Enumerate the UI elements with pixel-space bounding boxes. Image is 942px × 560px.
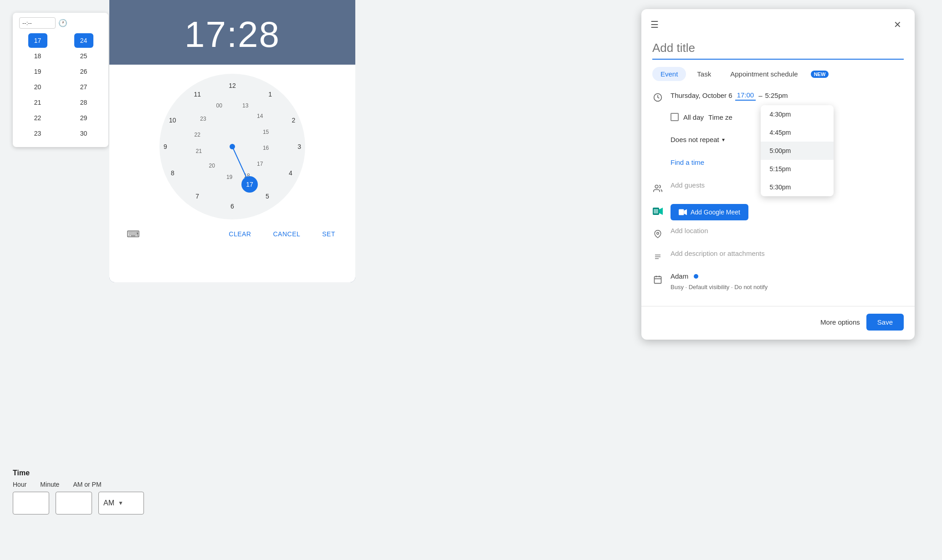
mini-num-btn-21[interactable]: 21 — [28, 95, 47, 110]
calendar-status: Busy · Default visibility · Do not notif… — [671, 284, 904, 290]
mini-num-btn-27[interactable]: 27 — [74, 80, 93, 94]
title-input[interactable] — [652, 37, 904, 60]
allday-checkbox[interactable] — [671, 113, 679, 121]
keyboard-icon[interactable]: ⌨ — [123, 226, 143, 242]
time-option-500[interactable]: 5:00pm — [761, 142, 834, 160]
hour-label: Hour — [13, 481, 26, 488]
svg-marker-6 — [659, 208, 663, 215]
mini-num-btn-20[interactable]: 20 — [28, 80, 47, 94]
mini-num-btn-18[interactable]: 18 — [28, 49, 47, 63]
location-content: Add location — [671, 227, 904, 234]
meet-row: Add Google Meet — [652, 204, 904, 220]
meet-btn-label: Add Google Meet — [691, 209, 740, 216]
cancel-button[interactable]: CANCEL — [266, 227, 307, 241]
time-dropdown-inner: 4:30pm 4:45pm 5:00pm 5:15pm 5:30pm — [761, 105, 834, 196]
svg-rect-8 — [679, 209, 684, 215]
clock-time-display: 17:28 — [109, 0, 355, 65]
repeat-text: Does not repeat — [671, 136, 719, 143]
tab-task[interactable]: Task — [689, 67, 719, 81]
ampm-arrow-icon: ▼ — [118, 500, 123, 506]
type-tabs: Event Task Appointment schedule NEW — [652, 67, 904, 81]
desc-input[interactable]: Add description or attachments — [671, 249, 765, 257]
mini-num-btn-24[interactable]: 24 — [74, 33, 93, 48]
repeat-arrow-icon: ▾ — [722, 137, 725, 143]
svg-text:17: 17 — [246, 181, 253, 188]
mini-picker-col1: 17 18 19 20 21 22 23 — [19, 33, 56, 141]
find-time-link[interactable]: Find a time — [671, 158, 704, 166]
panel-footer: More options Save — [641, 306, 915, 340]
tab-appointment[interactable]: Appointment schedule — [722, 67, 806, 81]
meet-icon — [652, 206, 663, 217]
location-row: Add location — [652, 227, 904, 243]
clock-face[interactable]: 12 1 2 3 4 5 6 7 8 9 10 11 13 14 — [159, 74, 305, 219]
minute-label: Minute — [40, 481, 59, 488]
set-button[interactable]: SET — [316, 227, 342, 241]
minute-input[interactable] — [56, 492, 92, 514]
end-time-text[interactable]: 5:25pm — [765, 92, 788, 99]
ampm-select[interactable]: AM ▼ — [98, 492, 144, 514]
allday-label: All day — [683, 113, 704, 121]
date-text: Thursday, October 6 — [671, 92, 732, 99]
mini-time-picker: 🕐 17 18 19 20 21 22 23 24 25 26 27 28 29… — [13, 13, 108, 147]
mini-num-btn-17[interactable]: 17 — [28, 33, 47, 48]
end-time-container: 5:25pm 4:30pm 4:45pm 5:00pm 5:15pm 5:30p… — [765, 92, 788, 100]
menu-icon[interactable]: ☰ — [650, 19, 659, 30]
guests-icon — [652, 183, 663, 194]
mini-num-btn-22[interactable]: 22 — [28, 111, 47, 125]
calendar-content: Adam Busy · Default visibility · Do not … — [671, 272, 904, 290]
clear-button[interactable]: CLEAR — [222, 227, 257, 241]
location-input[interactable]: Add location — [671, 227, 708, 234]
mini-num-btn-19[interactable]: 19 — [28, 64, 47, 79]
svg-point-10 — [657, 232, 659, 234]
mini-time-input[interactable] — [19, 17, 56, 29]
calendar-icon — [652, 274, 663, 285]
time-section-title: Time — [13, 469, 144, 477]
mini-picker-col2: 24 25 26 27 28 29 30 — [65, 33, 102, 141]
ampm-label: AM or PM — [73, 481, 101, 488]
clock-action-btns: CLEAR CANCEL SET — [222, 227, 342, 241]
time-option-515[interactable]: 5:15pm — [761, 160, 834, 178]
desc-row: Add description or attachments — [652, 249, 904, 266]
save-button[interactable]: Save — [866, 314, 904, 331]
time-dropdown-box: 4:30pm 4:45pm 5:00pm 5:15pm 5:30pm — [761, 105, 834, 196]
datetime-content: Thursday, October 6 17:00 – 5:25pm 4:30p… — [671, 90, 904, 101]
calendar-row: Adam Busy · Default visibility · Do not … — [652, 272, 904, 290]
repeat-spacer — [652, 137, 663, 148]
allday-spacer — [652, 115, 663, 126]
new-badge: NEW — [811, 71, 829, 78]
time-labels: Hour Minute AM or PM — [13, 481, 144, 488]
panel-body: Event Task Appointment schedule NEW Thur… — [641, 37, 915, 306]
mini-num-btn-25[interactable]: 25 — [74, 49, 93, 63]
hour-input[interactable] — [13, 492, 49, 514]
timezone-link[interactable]: Time ze — [708, 113, 732, 121]
close-icon[interactable]: ✕ — [889, 16, 906, 33]
event-panel: ☰ ✕ Event Task Appointment schedule NEW … — [641, 9, 915, 340]
mini-num-btn-23[interactable]: 23 — [28, 126, 47, 141]
clock-picker-overlay: 17:28 12 1 2 3 4 5 6 7 8 9 10 — [109, 0, 355, 282]
desc-content: Add description or attachments — [671, 249, 904, 257]
svg-rect-7 — [654, 209, 658, 214]
datetime-row: Thursday, October 6 17:00 – 5:25pm 4:30p… — [652, 90, 904, 107]
tab-event[interactable]: Event — [652, 67, 686, 81]
mini-num-btn-28[interactable]: 28 — [74, 95, 93, 110]
ampm-value: AM — [103, 499, 114, 507]
time-option-530[interactable]: 5:30pm — [761, 178, 834, 196]
mini-num-btn-30[interactable]: 30 — [74, 126, 93, 141]
svg-rect-14 — [655, 276, 661, 283]
mini-num-btn-29[interactable]: 29 — [74, 111, 93, 125]
time-inputs: AM ▼ — [13, 492, 144, 514]
guests-input[interactable]: Add guests — [671, 181, 705, 189]
location-icon — [652, 229, 663, 239]
mini-picker-grid: 17 18 19 20 21 22 23 24 25 26 27 28 29 3… — [19, 33, 102, 141]
desc-icon — [652, 251, 663, 262]
svg-point-4 — [655, 185, 658, 188]
findtime-spacer — [652, 160, 663, 171]
mini-num-btn-26[interactable]: 26 — [74, 64, 93, 79]
time-option-445[interactable]: 4:45pm — [761, 123, 834, 142]
more-options-button[interactable]: More options — [820, 318, 860, 326]
add-meet-button[interactable]: Add Google Meet — [671, 204, 748, 220]
time-option-430[interactable]: 4:30pm — [761, 105, 834, 123]
clock-actions: ⌨ CLEAR CANCEL SET — [118, 219, 346, 242]
repeat-selector[interactable]: Does not repeat ▾ — [671, 136, 725, 143]
start-time-badge[interactable]: 17:00 — [735, 90, 756, 101]
